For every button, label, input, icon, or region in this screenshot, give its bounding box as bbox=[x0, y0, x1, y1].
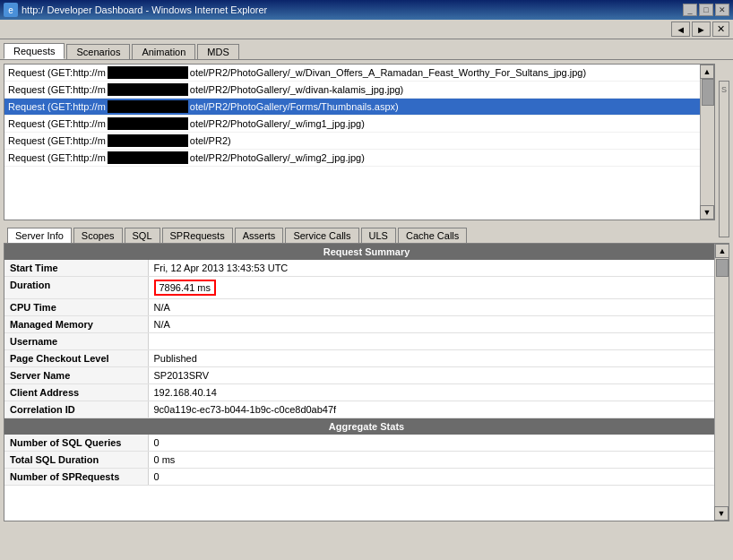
field-label: Username bbox=[4, 333, 148, 350]
field-value: Published bbox=[148, 350, 729, 367]
request-row[interactable]: Request (GET:http://motel/PR2/PhotoGalle… bbox=[4, 65, 714, 82]
maximize-button[interactable]: □ bbox=[699, 4, 713, 16]
window-address: http:/ bbox=[22, 4, 43, 15]
field-value: SP2013SRV bbox=[148, 367, 729, 384]
tab-requests[interactable]: Requests bbox=[4, 43, 65, 59]
request-summary-table: Start TimeFri, 12 Apr 2013 13:43:53 UTCD… bbox=[4, 260, 729, 418]
field-label: Number of SPRequests bbox=[4, 469, 148, 486]
nav-area: ◄ ► ✕ bbox=[0, 20, 733, 39]
request-row[interactable]: Request (GET:http://motel/PR2) bbox=[4, 133, 714, 150]
title-bar-left: e http:/ Developer Dashboard - Windows I… bbox=[4, 3, 267, 17]
tab-scenarios[interactable]: Scenarios bbox=[66, 44, 130, 59]
redacted-block bbox=[108, 100, 188, 113]
close-button[interactable]: ✕ bbox=[715, 4, 729, 16]
field-value: 0 bbox=[148, 435, 729, 452]
scroll-down-button[interactable]: ▼ bbox=[700, 205, 714, 220]
scroll-thumb[interactable] bbox=[702, 79, 714, 106]
request-row[interactable]: Request (GET:http://motel/PR2/PhotoGalle… bbox=[4, 82, 714, 99]
back-button[interactable]: ◄ bbox=[671, 22, 690, 37]
tab-uls[interactable]: ULS bbox=[361, 228, 396, 243]
table-row: Client Address192.168.40.14 bbox=[4, 384, 729, 401]
title-bar: e http:/ Developer Dashboard - Windows I… bbox=[0, 0, 733, 20]
field-label: CPU Time bbox=[4, 299, 148, 316]
tab-sprequests[interactable]: SPRequests bbox=[162, 228, 233, 243]
tab-sql[interactable]: SQL bbox=[125, 228, 160, 243]
tab-asserts[interactable]: Asserts bbox=[235, 228, 284, 243]
bottom-tabs: Server Info Scopes SQL SPRequests Assert… bbox=[4, 224, 729, 244]
field-value: N/A bbox=[148, 316, 729, 333]
detail-scrollbar[interactable]: ▲ ▼ bbox=[714, 244, 729, 521]
redacted-block bbox=[108, 134, 188, 147]
table-row: Correlation ID9c0a119c-ec73-b044-1b9c-c0… bbox=[4, 401, 729, 418]
request-summary-header: Request Summary bbox=[4, 244, 729, 260]
field-label: Correlation ID bbox=[4, 401, 148, 418]
nav-buttons[interactable]: ◄ ► ✕ bbox=[671, 22, 729, 37]
field-label: Total SQL Duration bbox=[4, 452, 148, 469]
table-row: Managed MemoryN/A bbox=[4, 316, 729, 333]
tab-service-calls[interactable]: Service Calls bbox=[285, 228, 358, 243]
detail-scroll-up[interactable]: ▲ bbox=[715, 244, 729, 258]
tab-animation[interactable]: Animation bbox=[132, 44, 195, 59]
redacted-block bbox=[108, 151, 188, 164]
detail-scroll-down[interactable]: ▼ bbox=[714, 506, 729, 521]
table-row: Duration7896.41 ms bbox=[4, 277, 729, 299]
minimize-button[interactable]: _ bbox=[683, 4, 697, 16]
field-label: Server Name bbox=[4, 367, 148, 384]
browser-icon: e bbox=[4, 3, 18, 17]
tab-mds[interactable]: MDS bbox=[197, 44, 238, 59]
aggregate-stats-table: Number of SQL Queries0Total SQL Duration… bbox=[4, 435, 729, 486]
detail-scroll-thumb[interactable] bbox=[716, 259, 729, 277]
stop-button[interactable]: ✕ bbox=[712, 22, 729, 37]
field-label: Client Address bbox=[4, 384, 148, 401]
field-value: Fri, 12 Apr 2013 13:43:53 UTC bbox=[148, 260, 729, 277]
table-row: Total SQL Duration0 ms bbox=[4, 452, 729, 469]
right-indicator: S bbox=[719, 81, 729, 237]
duration-highlight: 7896.41 ms bbox=[154, 280, 216, 296]
field-label: Duration bbox=[4, 277, 148, 299]
field-label: Page Checkout Level bbox=[4, 350, 148, 367]
forward-button[interactable]: ► bbox=[692, 22, 711, 37]
table-row: Username bbox=[4, 333, 729, 350]
field-value: 192.168.40.14 bbox=[148, 384, 729, 401]
window-title: Developer Dashboard - Windows Internet E… bbox=[47, 4, 267, 15]
field-label: Number of SQL Queries bbox=[4, 435, 148, 452]
field-value bbox=[148, 333, 729, 350]
field-value: 0 bbox=[148, 469, 729, 486]
tab-server-info[interactable]: Server Info bbox=[7, 228, 72, 243]
tab-scopes[interactable]: Scopes bbox=[73, 228, 123, 243]
request-row[interactable]: Request (GET:http://motel/PR2/PhotoGalle… bbox=[4, 99, 714, 116]
main-tabs: Requests Scenarios Animation MDS bbox=[0, 39, 733, 60]
request-row[interactable]: Request (GET:http://motel/PR2/PhotoGalle… bbox=[4, 150, 714, 167]
redacted-block bbox=[108, 83, 188, 96]
redacted-block bbox=[108, 66, 188, 79]
field-label: Start Time bbox=[4, 260, 148, 277]
tab-cache-calls[interactable]: Cache Calls bbox=[398, 228, 467, 243]
aggregate-stats-header: Aggregate Stats bbox=[4, 418, 729, 435]
table-row: Start TimeFri, 12 Apr 2013 13:43:53 UTC bbox=[4, 260, 729, 277]
table-row: Number of SQL Queries0 bbox=[4, 435, 729, 452]
window-controls[interactable]: _ □ ✕ bbox=[683, 4, 729, 16]
scroll-up-button[interactable]: ▲ bbox=[700, 65, 714, 79]
field-value: 9c0a119c-ec73-b044-1b9c-c0ce8d0ab47f bbox=[148, 401, 729, 418]
table-row: Number of SPRequests0 bbox=[4, 469, 729, 486]
detail-panel: Request Summary Start TimeFri, 12 Apr 20… bbox=[4, 244, 729, 521]
field-value: 7896.41 ms bbox=[148, 277, 729, 299]
requests-list[interactable]: Request (GET:http://motel/PR2/PhotoGalle… bbox=[4, 64, 715, 220]
table-row: CPU TimeN/A bbox=[4, 299, 729, 316]
table-row: Server NameSP2013SRV bbox=[4, 367, 729, 384]
table-row: Page Checkout LevelPublished bbox=[4, 350, 729, 367]
field-value: 0 ms bbox=[148, 452, 729, 469]
field-label: Managed Memory bbox=[4, 316, 148, 333]
redacted-block bbox=[108, 117, 188, 130]
request-row[interactable]: Request (GET:http://motel/PR2/PhotoGalle… bbox=[4, 116, 714, 133]
requests-scrollbar[interactable]: ▲ ▼ bbox=[700, 65, 714, 220]
field-value: N/A bbox=[148, 299, 729, 316]
